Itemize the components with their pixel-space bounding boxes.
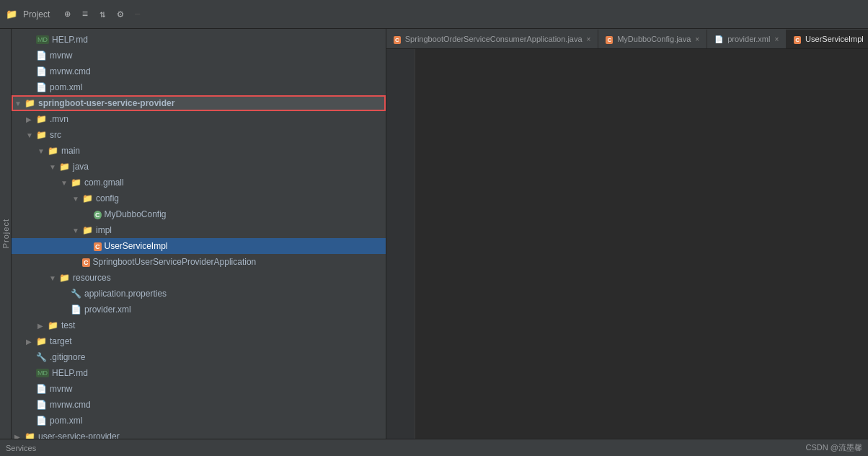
tab-label: UserServiceImpl xyxy=(805,35,864,43)
tree-icon-xml: 📄 xyxy=(71,304,81,315)
tree-arrow: ▶ xyxy=(26,338,36,346)
toolbar-icon-sort[interactable]: ⇅ xyxy=(97,6,108,22)
tree-item-f3[interactable]: 📄mvnw.cmd xyxy=(12,63,386,79)
tree-arrow: ▼ xyxy=(37,147,48,155)
tab-icon: C xyxy=(394,35,401,43)
toolbar: 📁 Project ⊕ ≡ ⇅ ⚙ — xyxy=(0,0,868,29)
tree-label: user-service-provider xyxy=(38,431,120,439)
tree-arrow: ▼ xyxy=(61,179,71,187)
tab-icon: C xyxy=(794,35,801,43)
tree-label: mvnw xyxy=(50,51,72,61)
toolbar-icon-structure[interactable]: ⊕ xyxy=(61,6,73,22)
tree-label: config xyxy=(96,193,119,203)
tree-item-f24[interactable]: 📄mvnw.cmd xyxy=(12,397,386,413)
code-content xyxy=(386,49,868,439)
tab-label: provider.xml xyxy=(727,35,770,43)
tree-item-f19[interactable]: ▶📁test xyxy=(12,317,386,333)
toolbar-icon-settings[interactable]: ⚙ xyxy=(115,6,126,22)
toolbar-icon-list[interactable]: ≡ xyxy=(79,7,91,22)
tree-icon-component: C xyxy=(94,209,102,219)
tree-item-f5[interactable]: ▼📁springboot-user-service-provider xyxy=(12,95,386,111)
tree-label: com.gmall xyxy=(84,177,124,188)
tab-tab1[interactable]: CSpringbootOrderServiceConsumerApplicati… xyxy=(386,30,598,48)
tab-close[interactable]: × xyxy=(774,35,779,43)
tree-label: main xyxy=(61,146,80,156)
tree-icon-folder: 📁 xyxy=(25,98,35,108)
tree-item-f6[interactable]: ▶📁.mvn xyxy=(12,111,386,127)
tree-label: .mvn xyxy=(50,114,68,124)
tree-item-f2[interactable]: 📄mvnw xyxy=(12,48,386,63)
tree-icon-folder: 📁 xyxy=(82,193,93,203)
tree-item-f22[interactable]: MDHELP.md xyxy=(12,365,386,381)
tree-item-f13[interactable]: ▼📁impl xyxy=(12,222,386,238)
tab-icon: 📄 xyxy=(714,35,723,43)
tree-arrow: ▶ xyxy=(37,322,48,330)
tree-item-f12[interactable]: CMyDubboConfig xyxy=(12,206,386,222)
tree-icon-folder: 📁 xyxy=(36,336,47,346)
tree-icon-file: 📄 xyxy=(36,384,47,394)
tab-tab3[interactable]: 📄provider.xml× xyxy=(707,30,787,48)
tree-item-f26[interactable]: ▶📁user-service-provider xyxy=(12,429,386,439)
tab-close[interactable]: × xyxy=(587,35,591,43)
tree-label: HELP.md xyxy=(52,368,88,378)
tree-label: target xyxy=(50,336,72,346)
tree-item-f11[interactable]: ▼📁config xyxy=(12,190,386,206)
tree-arrow: ▼ xyxy=(72,195,82,203)
tab-tab2[interactable]: CMyDubboConfig.java× xyxy=(598,30,707,48)
tree-label: pom.xml xyxy=(50,416,82,426)
tree-icon-git: 🔧 xyxy=(36,352,47,362)
tree-icon-folder: 📁 xyxy=(25,431,35,439)
tree-arrow: ▼ xyxy=(49,163,59,171)
tree-item-f9[interactable]: ▼📁java xyxy=(12,159,386,175)
tree-label: impl xyxy=(96,225,112,235)
tree-item-f20[interactable]: ▶📁target xyxy=(12,333,386,349)
tree-icon-file: 📄 xyxy=(36,51,47,61)
tree-label: HELP.md xyxy=(52,35,88,45)
tree-item-f23[interactable]: 📄mvnw xyxy=(12,381,386,397)
tree-label: springboot-user-service-provider xyxy=(38,98,174,108)
tree-icon-folder: 📁 xyxy=(48,146,58,156)
tree-icon-folder: 📁 xyxy=(71,177,81,188)
tree-arrow: ▶ xyxy=(14,433,25,439)
tab-tab4[interactable]: CUserServiceImpl× xyxy=(787,30,868,48)
tree-label: application.properties xyxy=(84,289,167,299)
tree-label: resources xyxy=(73,273,111,283)
tree-item-f25[interactable]: 📄pom.xml xyxy=(12,413,386,429)
tree-icon-java: C xyxy=(94,241,102,251)
tree-item-f10[interactable]: ▼📁com.gmall xyxy=(12,175,386,190)
tree-icon-folder: 📁 xyxy=(59,162,70,172)
code-editor: CSpringbootOrderServiceConsumerApplicati… xyxy=(386,29,868,439)
tree-icon-md: MD xyxy=(36,369,49,377)
tree-arrow: ▶ xyxy=(26,115,36,123)
sidebar-label: Project xyxy=(0,29,12,439)
toolbar-separator: — xyxy=(135,9,140,19)
tree-item-f1[interactable]: MDHELP.md xyxy=(12,32,386,48)
tab-label: SpringbootOrderServiceConsumerApplicatio… xyxy=(405,35,583,43)
tree-icon-xml: 📄 xyxy=(36,416,47,426)
tree-label: mvnw xyxy=(50,384,72,394)
tree-icon-file: 📄 xyxy=(36,400,47,410)
tree-item-f16[interactable]: ▼📁resources xyxy=(12,270,386,286)
tab-icon: C xyxy=(606,35,613,43)
tab-label: MyDubboConfig.java xyxy=(617,35,691,43)
sidebar-label-text: Project xyxy=(1,219,10,248)
tree-label: MyDubboConfig xyxy=(105,209,167,219)
bottom-bar: Services CSDN @流墨馨 xyxy=(0,439,868,456)
code-lines[interactable] xyxy=(430,49,868,439)
tree-item-f7[interactable]: ▼📁src xyxy=(12,127,386,143)
tab-close[interactable]: × xyxy=(695,35,699,43)
file-tree: MDHELP.md📄mvnw📄mvnw.cmd📄pom.xml▼📁springb… xyxy=(12,29,386,439)
tree-label: provider.xml xyxy=(84,304,131,315)
tree-label: UserServiceImpl xyxy=(105,241,168,251)
tree-item-f14[interactable]: CUserServiceImpl xyxy=(12,238,386,254)
tree-item-f8[interactable]: ▼📁main xyxy=(12,143,386,159)
tree-item-f15[interactable]: CSpringbootUserServiceProviderApplicatio… xyxy=(12,254,386,270)
tree-icon-folder: 📁 xyxy=(36,130,47,140)
bottom-services: Services xyxy=(6,444,36,452)
tree-item-f21[interactable]: 🔧.gitignore xyxy=(12,349,386,365)
tree-item-f18[interactable]: 📄provider.xml xyxy=(12,302,386,317)
tree-item-f17[interactable]: 🔧application.properties xyxy=(12,286,386,302)
bottom-watermark: CSDN @流墨馨 xyxy=(806,442,862,453)
tree-item-f4[interactable]: 📄pom.xml xyxy=(12,79,386,95)
tree-arrow: ▼ xyxy=(49,274,59,282)
